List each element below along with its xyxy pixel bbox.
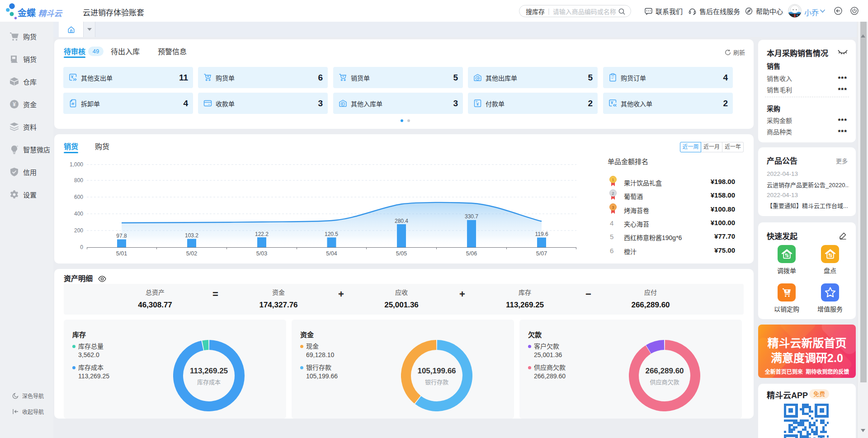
svg-text:119.6: 119.6 <box>535 231 548 237</box>
svg-text:5/01: 5/01 <box>116 250 127 257</box>
svg-text:330.7: 330.7 <box>465 213 478 220</box>
svg-text:200: 200 <box>74 227 83 234</box>
svg-text:1,000: 1,000 <box>70 161 83 168</box>
svg-text:5/03: 5/03 <box>256 250 267 257</box>
svg-text:¥: ¥ <box>13 101 16 107</box>
svg-text:400: 400 <box>74 211 83 217</box>
svg-text:5/07: 5/07 <box>536 250 547 257</box>
svg-text:5/06: 5/06 <box>466 250 477 257</box>
svg-text:122.2: 122.2 <box>255 231 269 237</box>
svg-text:2: 2 <box>612 191 614 196</box>
svg-text:97.8: 97.8 <box>116 233 127 239</box>
svg-text:103.2: 103.2 <box>185 232 198 239</box>
svg-text:120.5: 120.5 <box>325 231 338 237</box>
svg-text:5/05: 5/05 <box>396 250 407 257</box>
svg-text:280.4: 280.4 <box>395 218 408 224</box>
svg-text:5/02: 5/02 <box>186 250 197 257</box>
svg-text:800: 800 <box>74 177 83 184</box>
svg-text:0: 0 <box>80 244 83 250</box>
svg-text:600: 600 <box>74 194 83 200</box>
svg-text:3: 3 <box>612 205 614 210</box>
svg-text:5/04: 5/04 <box>326 250 337 257</box>
svg-text:1: 1 <box>612 177 614 182</box>
